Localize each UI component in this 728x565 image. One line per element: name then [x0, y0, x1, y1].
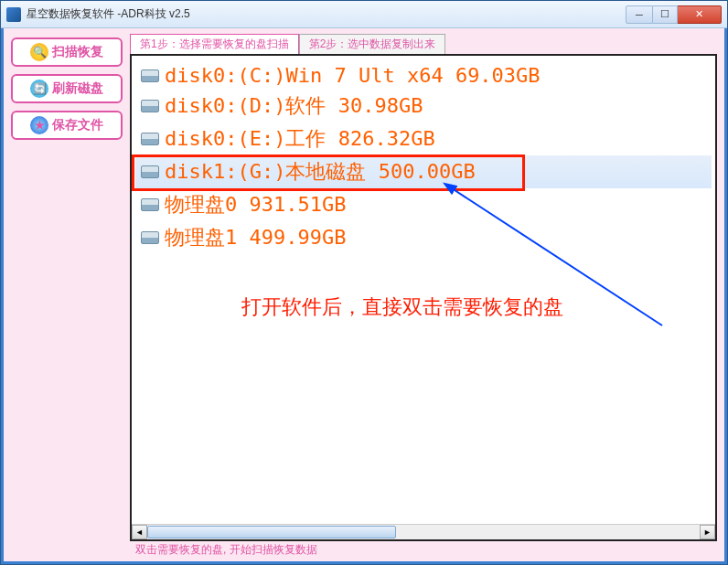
- refresh-icon: 🔄: [30, 80, 48, 98]
- main-panel: 第1步：选择需要恢复的盘扫描 第2步：选中数据复制出来 disk0:(C:)Wi…: [130, 28, 724, 561]
- magnifier-icon: 🔍: [30, 43, 48, 61]
- disk-list: disk0:(C:)Win 7 Ult x64 69.03GBdisk0:(D:…: [132, 56, 715, 260]
- titlebar[interactable]: 星空数据恢复软件 -ADR科技 v2.5 ─ ☐ ✕: [1, 1, 727, 28]
- disk-label: 物理盘0 931.51GB: [165, 191, 346, 219]
- disk-row[interactable]: disk0:(C:)Win 7 Ult x64 69.03GB: [135, 61, 712, 90]
- disk-label: disk0:(E:)工作 826.32GB: [165, 125, 435, 153]
- scroll-thumb[interactable]: [147, 526, 396, 538]
- app-icon: [6, 7, 21, 22]
- app-window: 星空数据恢复软件 -ADR科技 v2.5 ─ ☐ ✕ 🔍 扫描恢复 🔄 刷新磁盘…: [0, 0, 728, 565]
- close-button[interactable]: ✕: [678, 5, 722, 24]
- disk-row[interactable]: disk1:(G:)本地磁盘 500.00GB: [135, 155, 712, 188]
- disk-label: disk0:(D:)软件 30.98GB: [165, 92, 423, 120]
- tab-step1[interactable]: 第1步：选择需要恢复的盘扫描: [130, 34, 299, 54]
- window-title: 星空数据恢复软件 -ADR科技 v2.5: [27, 6, 626, 22]
- save-label: 保存文件: [52, 117, 103, 133]
- annotation-text: 打开软件后，直接双击需要恢复的盘: [241, 293, 563, 321]
- maximize-button[interactable]: ☐: [653, 5, 678, 24]
- disk-list-box: disk0:(C:)Win 7 Ult x64 69.03GBdisk0:(D:…: [130, 54, 717, 541]
- disk-icon: [141, 133, 159, 145]
- disk-row[interactable]: 物理盘0 931.51GB: [135, 188, 712, 221]
- disk-icon: [141, 69, 159, 82]
- disk-label: 物理盘1 499.99GB: [165, 224, 346, 251]
- app-body: 🔍 扫描恢复 🔄 刷新磁盘 ★ 保存文件 第1步：选择需要恢复的盘扫描 第2步：…: [1, 28, 727, 564]
- save-icon: ★: [30, 116, 48, 134]
- scan-label: 扫描恢复: [52, 44, 103, 60]
- scroll-left-button[interactable]: ◄: [132, 525, 147, 539]
- window-controls: ─ ☐ ✕: [626, 5, 722, 24]
- scroll-right-button[interactable]: ►: [700, 525, 715, 539]
- sidebar: 🔍 扫描恢复 🔄 刷新磁盘 ★ 保存文件: [4, 28, 130, 561]
- disk-icon: [141, 165, 159, 178]
- disk-icon: [141, 231, 159, 244]
- disk-row[interactable]: 物理盘1 499.99GB: [135, 221, 712, 254]
- tab-step2[interactable]: 第2步：选中数据复制出来: [299, 34, 446, 54]
- minimize-button[interactable]: ─: [626, 5, 653, 24]
- disk-label: disk1:(G:)本地磁盘 500.00GB: [165, 158, 476, 186]
- refresh-label: 刷新磁盘: [52, 80, 103, 97]
- refresh-disk-button[interactable]: 🔄 刷新磁盘: [11, 74, 123, 103]
- scroll-track[interactable]: [147, 525, 700, 539]
- disk-icon: [141, 100, 159, 112]
- horizontal-scrollbar[interactable]: ◄ ►: [132, 524, 715, 539]
- scan-recover-button[interactable]: 🔍 扫描恢复: [11, 37, 123, 67]
- disk-row[interactable]: disk0:(D:)软件 30.98GB: [135, 90, 712, 123]
- disk-icon: [141, 198, 159, 211]
- save-file-button[interactable]: ★ 保存文件: [11, 111, 123, 140]
- disk-label: disk0:(C:)Win 7 Ult x64 69.03GB: [165, 64, 541, 87]
- disk-row[interactable]: disk0:(E:)工作 826.32GB: [135, 123, 712, 155]
- step-tabs: 第1步：选择需要恢复的盘扫描 第2步：选中数据复制出来: [130, 34, 717, 54]
- status-bar: 双击需要恢复的盘, 开始扫描恢复数据: [130, 541, 717, 558]
